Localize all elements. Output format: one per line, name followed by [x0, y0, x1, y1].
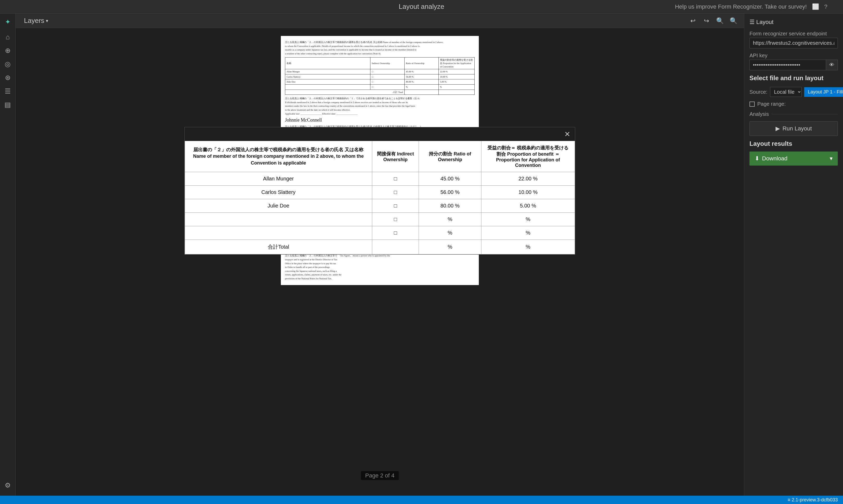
doc-embedded-table: 名称 Indirect Ownership Ratio of Ownership…: [285, 57, 475, 95]
download-label: Download: [762, 155, 788, 162]
cell-proportion: 10.00 %: [481, 186, 575, 199]
cell-proportion: 22.00 %: [481, 172, 575, 186]
cell-ratio: %: [419, 226, 481, 240]
help-text: Help us improve Form Recognizer. Take ou…: [675, 3, 807, 10]
page-range-checkbox[interactable]: [750, 102, 755, 107]
chevron-down-icon: ▾: [46, 18, 48, 24]
center-area: Layers ▾ ↩ ↪ 🔍 🔍 主たる役員上 掲欄の「２」の外国法人の株主等で…: [16, 14, 744, 496]
plugin-icon[interactable]: ⊛: [2, 72, 14, 83]
select-file-title: Select file and run layout: [750, 74, 838, 82]
cell-indirect: □: [372, 172, 419, 186]
settings-icon[interactable]: ⚙: [2, 480, 14, 491]
cell-ratio: 56.00 %: [419, 186, 481, 199]
page-indicator: Page 2 of 4: [361, 471, 399, 480]
doc-viewer[interactable]: 主たる役員上 掲欄の「２」の外国法人の株主等で税税条約の適用を受ける者の氏名 又…: [16, 28, 744, 496]
col-header-0: 届出書の「２」の外国法人の株主等で税税条約の適用を受ける者の氏名 又は名称 Na…: [185, 141, 372, 172]
analysis-divider: Analysis: [750, 111, 838, 117]
app-title: Layout analyze: [399, 3, 444, 11]
cell-indirect: □: [372, 186, 419, 199]
layers-button[interactable]: Layers ▾: [21, 15, 51, 26]
brand-icon: ✦: [2, 16, 14, 28]
monitor-icon[interactable]: ⬜: [812, 3, 819, 10]
cell-name: Julie Doe: [185, 199, 372, 213]
api-key-row: 👁: [750, 60, 838, 70]
cell-name: Allan Munger: [185, 172, 372, 186]
model-icon[interactable]: ☰: [2, 85, 14, 97]
cell-proportion: %: [481, 240, 575, 254]
close-button[interactable]: ✕: [562, 129, 572, 139]
source-label: Source:: [750, 89, 768, 95]
cell-indirect: □: [372, 199, 419, 213]
page-range-row: Page range:: [750, 101, 838, 107]
table-row: Carlos Slattery□56.00 %10.00 %: [185, 186, 575, 199]
cell-proportion: 5.00 %: [481, 199, 575, 213]
label-icon[interactable]: ⊕: [2, 45, 14, 56]
version-info: ≡ 2.1-preview.3-dcfb033: [788, 497, 838, 503]
cell-ratio: %: [419, 213, 481, 226]
zoom-in-button[interactable]: 🔍: [728, 16, 739, 26]
endpoint-label: Form recognizer service endpoint: [750, 31, 838, 37]
table-row: Julie Doe□80.00 %5.00 %: [185, 199, 575, 213]
page-range-label: Page range:: [757, 101, 786, 107]
source-row: Source: Local file Layout JP 1 - Filled …: [750, 87, 838, 97]
cell-ratio: 80.00 %: [419, 199, 481, 213]
home-icon[interactable]: ⌂: [2, 31, 14, 43]
run-layout-button[interactable]: ▶ Run Layout: [750, 121, 838, 136]
layers-label: Layers: [24, 17, 44, 25]
layout-results-title: Layout results: [750, 140, 838, 147]
left-sidebar: ✦ ⌂ ⊕ ◎ ⊛ ☰ ▤ ⚙: [0, 14, 16, 496]
layout-label: Layout: [756, 19, 773, 25]
run-icon: ▶: [775, 125, 780, 132]
cell-name: 合計Total: [185, 240, 372, 254]
analysis-label: Analysis: [750, 111, 769, 117]
cell-ratio: 45.00 %: [419, 172, 481, 186]
cell-indirect: □: [372, 226, 419, 240]
cell-ratio: %: [419, 240, 481, 254]
cell-name: [185, 226, 372, 240]
top-bar: Layout analyze Help us improve Form Reco…: [0, 0, 843, 14]
train-icon[interactable]: ◎: [2, 58, 14, 70]
help-icon[interactable]: ?: [824, 3, 827, 10]
toolbar: Layers ▾ ↩ ↪ 🔍 🔍: [16, 14, 744, 28]
endpoint-input[interactable]: [750, 38, 838, 49]
download-button[interactable]: ⬇ Download ▾: [750, 151, 838, 166]
cell-name: [185, 213, 372, 226]
api-key-label: API key: [750, 53, 838, 58]
select-file-section: Select file and run layout: [750, 74, 838, 83]
col-header-1: 間接保有 Indirect Ownership: [372, 141, 419, 172]
signature: Johnnie McConnell: [285, 117, 475, 123]
api-key-section: API key 👁: [750, 53, 838, 70]
extracted-table: 届出書の「２」の外国法人の株主等で税税条約の適用を受ける者の氏名 又は名称 Na…: [185, 141, 575, 254]
source-select[interactable]: Local file: [770, 87, 802, 97]
redo-button[interactable]: ↪: [701, 16, 712, 26]
cell-proportion: %: [481, 226, 575, 240]
status-bar: ≡ 2.1-preview.3-dcfb033: [0, 496, 843, 504]
cell-name: Carlos Slattery: [185, 186, 372, 199]
top-bar-right: Help us improve Form Recognizer. Take ou…: [675, 3, 827, 10]
main-layout: ✦ ⌂ ⊕ ◎ ⊛ ☰ ▤ ⚙ Layers ▾ ↩ ↪ 🔍 🔍: [0, 14, 843, 496]
api-key-toggle-button[interactable]: 👁: [826, 60, 838, 70]
group-icon[interactable]: ▤: [2, 99, 14, 110]
table-row: 合計Total%%: [185, 240, 575, 254]
file-name-box[interactable]: Layout JP 1 - Filled In.pdf: [804, 87, 843, 97]
table-modal: ✕ 届出書の「２」の外国法人の株主等で税税条約の適用を受ける者の氏名 又は名称 …: [185, 127, 575, 255]
cell-indirect: [372, 240, 419, 254]
zoom-out-button[interactable]: 🔍: [715, 16, 725, 26]
undo-button[interactable]: ↩: [688, 16, 698, 26]
col-header-2: 持分の割合 Ratio of Ownership: [419, 141, 481, 172]
modal-header: ✕: [185, 127, 575, 141]
right-panel: ☰ Layout Form recognizer service endpoin…: [744, 14, 843, 496]
download-btn-left: ⬇ Download: [755, 155, 788, 162]
doc-pages: 主たる役員上 掲欄の「２」の外国法人の株主等で税税条約の適用を受ける者の氏名 又…: [281, 36, 479, 488]
cell-proportion: %: [481, 213, 575, 226]
layout-tag: ☰ Layout: [750, 19, 838, 25]
table-row: □%%: [185, 213, 575, 226]
layout-icon: ☰: [750, 19, 755, 25]
api-key-input[interactable]: [750, 60, 826, 70]
download-chevron-icon: ▾: [830, 155, 832, 162]
doc-page-bottom: 主たる役員上 掲欄の「２」の外国法人の株主等で 「Tax Agent」 mean…: [281, 249, 479, 285]
run-layout-label: Run Layout: [783, 125, 812, 132]
file-name-text: Layout JP 1 - Filled In.pdf: [808, 89, 843, 95]
col-header-3: 受益の割合＝ 税税条約の適用を受ける割合 Proportion of benef…: [481, 141, 575, 172]
table-row: □%%: [185, 226, 575, 240]
